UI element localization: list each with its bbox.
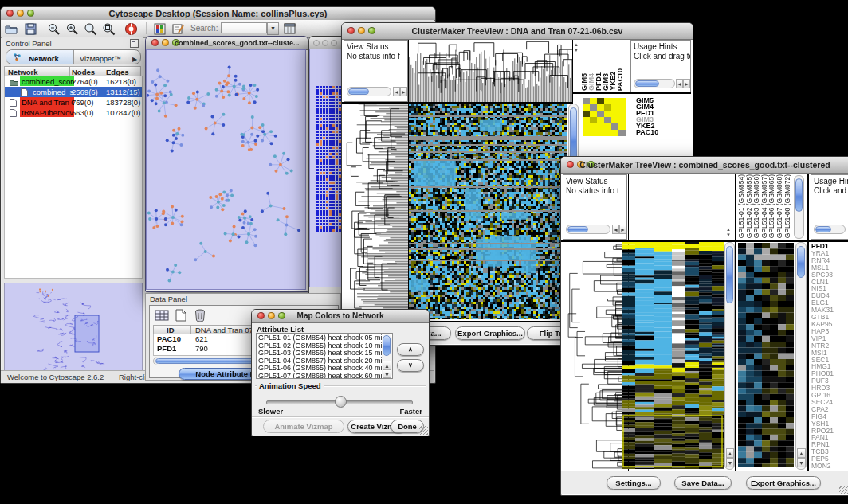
open-session-button[interactable] [2, 21, 20, 36]
zoom-out-button[interactable] [45, 21, 62, 36]
resize-grip[interactable] [419, 426, 428, 435]
search-label: Search: [190, 24, 218, 33]
data-col-id[interactable]: ID [167, 326, 175, 334]
minimize-button[interactable] [162, 39, 169, 46]
col-header-network[interactable]: Network [8, 68, 37, 76]
minimize-button[interactable] [322, 40, 328, 46]
scroll-right-arrow[interactable]: ► [400, 87, 407, 96]
export-graphics-button[interactable]: Export Graphics... [746, 476, 821, 490]
settings-button[interactable]: Settings... [607, 476, 661, 490]
scroll-down-arrow[interactable]: ▼ [383, 369, 391, 378]
network-view-2-titlebar[interactable] [309, 37, 345, 50]
annotation-button[interactable] [170, 21, 187, 36]
tv1-column-dendrogram[interactable] [409, 40, 572, 102]
table-icon-button[interactable] [155, 309, 169, 325]
zoom-selected-button[interactable] [81, 21, 99, 36]
view-status-scrollbar[interactable] [566, 225, 610, 234]
attribute-item[interactable]: GPL51-07 (GSM868) heat shock 60 min [258, 373, 392, 380]
heatmap-cell [597, 117, 604, 123]
network-row[interactable]: combined_sco2569(6)13112(15) [5, 87, 142, 97]
usage-hints-scrollbar[interactable] [634, 79, 675, 88]
dense-network-canvas[interactable] [316, 85, 343, 233]
tv2-row-dendrogram[interactable] [563, 242, 622, 470]
zoom-button[interactable] [331, 40, 337, 46]
usage-hints-scrollbar[interactable] [814, 225, 846, 234]
network-overview-panel[interactable] [4, 283, 143, 377]
col-header-nodes[interactable]: Nodes [72, 68, 95, 76]
network-graph-canvas[interactable] [147, 50, 305, 289]
tab-overflow[interactable]: ▶ [128, 50, 141, 64]
heatmap-cell [597, 98, 604, 104]
col-header-edges[interactable]: Edges [106, 68, 129, 76]
tv2-gene-labels[interactable]: PFD1YRA1RNR4MSL1SPC98CLN1NIS1BUD4ELG1MAK… [811, 243, 846, 470]
treeview1-titlebar[interactable]: ClusterMaker TreeView : DNA and Tran 07-… [342, 23, 693, 40]
scroll-left-arrow[interactable]: ◄ [393, 87, 400, 96]
vizmapper-button[interactable] [151, 21, 168, 36]
treeview2-titlebar[interactable]: ClusterMaker TreeView : combined_scores_… [561, 157, 848, 174]
column-label: GPL51-08 (GSM872) [783, 174, 791, 238]
network-row[interactable]: combined_scores2764(0)16218(0) [5, 76, 142, 87]
strip-arrows[interactable]: ▲▼ [574, 42, 579, 53]
network-row[interactable]: DNA and Tran 07769(0)183728(0) [5, 97, 142, 107]
scroll-up-arrow[interactable]: ▲ [383, 361, 391, 369]
close-button[interactable] [151, 39, 159, 46]
tv1-row-dendrogram[interactable] [344, 104, 408, 320]
scroll-up-arrow[interactable]: ▲ [797, 448, 806, 458]
network-view-window: combined_scores_good.txt--cluste... [145, 36, 308, 292]
search-dropdown-button[interactable]: ▼ [267, 22, 279, 35]
zoom-in-button[interactable] [63, 21, 80, 36]
delete-attribute-button[interactable] [194, 309, 206, 325]
tv2-global-heatmap[interactable] [622, 242, 724, 469]
heatmap-cell [618, 98, 626, 104]
tab-vizmapper[interactable]: VizMapper™ [73, 50, 128, 64]
network-canvas-area-2[interactable] [309, 49, 345, 287]
animation-speed-slider[interactable] [266, 396, 411, 407]
save-session-button[interactable] [22, 21, 39, 36]
plugin-manager-button[interactable] [281, 21, 299, 36]
help-button[interactable] [122, 21, 139, 36]
export-graphics-button[interactable]: Export Graphics... [455, 326, 525, 340]
heatmap-cell [604, 104, 611, 111]
scroll-right-arrow[interactable]: ► [619, 225, 626, 234]
network-table-header: Network Nodes Edges [4, 66, 141, 76]
close-button[interactable] [313, 40, 320, 46]
attribute-list-scrollbar[interactable]: ▲ ▼ [382, 334, 392, 378]
tv1-zoom-heatmap[interactable] [583, 98, 626, 136]
network-canvas-area[interactable] [146, 49, 306, 290]
cytoscape-titlebar[interactable]: Cytoscape Desktop (Session Name: collins… [1, 7, 435, 21]
view-status-scrollbar[interactable] [347, 87, 391, 96]
dialog-titlebar[interactable]: Map Colors to Network [252, 310, 429, 323]
move-up-button[interactable]: ∧ [397, 343, 424, 356]
column-label: GPL51-07 (GSM868) [775, 174, 783, 238]
zoom-fit-button[interactable] [100, 21, 117, 36]
scroll-left-arrow[interactable]: ◄ [676, 79, 683, 88]
float-panel-icon[interactable] [130, 39, 139, 48]
network-row[interactable]: tRNAPuberNov2+563(0)107847(0) [5, 107, 142, 118]
animate-vizmap-button[interactable]: Animate Vizmap [263, 420, 344, 433]
new-attribute-button[interactable] [175, 309, 186, 325]
scroll-up-arrow[interactable]: ▲ [726, 448, 734, 458]
tab-network[interactable]: Network [6, 50, 74, 64]
tv2-labels-scrollbar[interactable] [794, 175, 804, 239]
scroll-down-arrow[interactable]: ▼ [726, 458, 734, 467]
trash-icon [194, 309, 206, 322]
tv2-column-dendrogram[interactable] [629, 174, 735, 240]
save-data-button[interactable]: Save Data... [674, 476, 732, 490]
tv2-zoom-scrollbar[interactable]: ▲ ▼ [795, 242, 807, 470]
document-icon [10, 109, 18, 116]
tv1-global-heatmap[interactable] [409, 104, 567, 319]
network-view-titlebar[interactable]: combined_scores_good.txt--cluste... [146, 37, 308, 50]
slider-knob[interactable] [335, 396, 347, 408]
tv2-vscrollbar[interactable]: ▲ ▼ [724, 242, 735, 470]
strip-arrows[interactable]: ▲▼ [726, 227, 731, 238]
overview-canvas[interactable] [5, 283, 140, 374]
search-input[interactable] [221, 22, 267, 33]
resize-grip[interactable] [839, 486, 848, 494]
scroll-down-arrow[interactable]: ▼ [797, 458, 806, 467]
move-down-button[interactable]: ∨ [397, 359, 424, 372]
tv2-zoom-heatmap[interactable] [738, 243, 794, 467]
scroll-left-arrow[interactable]: ◄ [612, 225, 619, 234]
scroll-right-arrow[interactable]: ► [683, 79, 690, 88]
tv2-view-status: View Status No status info t ◄ ► [563, 174, 627, 240]
attribute-listbox[interactable]: GPL51-01 (GSM854) heat shock 05 minGPL51… [256, 333, 393, 379]
